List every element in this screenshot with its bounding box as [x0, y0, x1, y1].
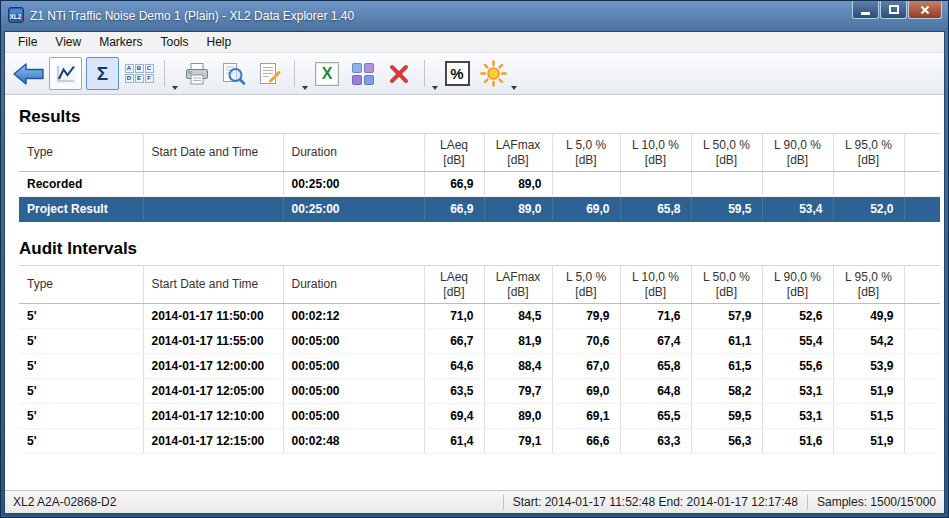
print-preview-button[interactable]	[215, 56, 251, 92]
cell	[143, 172, 283, 197]
menu-file[interactable]: File	[9, 33, 46, 51]
cell-filler	[904, 379, 940, 404]
cell-filler	[904, 354, 940, 379]
cell: 69,0	[552, 379, 620, 404]
cell-filler	[904, 329, 940, 354]
cell: 2014-01-17 12:15:00	[143, 429, 283, 454]
column-header[interactable]: LAFmax[dB]	[484, 266, 552, 304]
column-header[interactable]: Type	[19, 266, 143, 304]
cell: 55,6	[762, 354, 833, 379]
percent-button[interactable]: %	[439, 56, 475, 92]
cell: 63,5	[424, 379, 484, 404]
summary-view-button[interactable]: Σ	[86, 57, 119, 90]
minimize-button[interactable]	[852, 1, 879, 19]
marker-list-button[interactable]: A B C D E F	[121, 56, 157, 92]
toolbar-overflow-icon[interactable]	[302, 56, 309, 92]
cell: 61,1	[691, 329, 762, 354]
cell	[143, 197, 283, 222]
excel-icon: X	[315, 62, 339, 86]
column-header[interactable]: L 10,0 %[dB]	[620, 134, 691, 172]
table-row[interactable]: 5'2014-01-17 12:15:0000:02:4861,479,166,…	[19, 429, 940, 454]
column-header[interactable]: L 90,0 %[dB]	[762, 266, 833, 304]
menu-markers[interactable]: Markers	[90, 33, 151, 51]
toolbar-overflow-icon[interactable]	[511, 56, 518, 92]
table-row-selected[interactable]: Project Result00:25:0066,989,069,065,859…	[19, 197, 940, 222]
report-button[interactable]	[251, 56, 287, 92]
toolbar-separator	[164, 60, 165, 87]
column-header[interactable]: L 95,0 %[dB]	[833, 134, 904, 172]
marker-letter: E	[135, 74, 144, 83]
table-row[interactable]: Recorded00:25:0066,989,0	[19, 172, 940, 197]
table-row[interactable]: 5'2014-01-17 12:00:0000:05:0064,688,467,…	[19, 354, 940, 379]
cell	[620, 172, 691, 197]
audit-intervals-table: TypeStart Date and TimeDurationLAeq[dB]L…	[19, 265, 940, 454]
cell: 00:05:00	[283, 329, 424, 354]
column-header[interactable]: LAeq[dB]	[424, 266, 484, 304]
column-header[interactable]: Duration	[283, 134, 424, 172]
cell: 61,4	[424, 429, 484, 454]
markers-icon: A B C D E F	[125, 64, 154, 83]
cell: Project Result	[19, 197, 143, 222]
audit-intervals-heading: Audit Intervals	[19, 239, 944, 259]
column-header-filler	[904, 134, 940, 172]
delete-button[interactable]	[381, 56, 417, 92]
column-header[interactable]: L 50,0 %[dB]	[691, 134, 762, 172]
cell: 56,3	[691, 429, 762, 454]
cell: 66,9	[424, 197, 484, 222]
column-header[interactable]: LAFmax[dB]	[484, 134, 552, 172]
column-header[interactable]: L 50,0 %[dB]	[691, 266, 762, 304]
cell: 00:25:00	[283, 172, 424, 197]
column-header[interactable]: Start Date and Time	[143, 134, 283, 172]
app-icon: XL2	[8, 7, 24, 26]
menu-tools[interactable]: Tools	[151, 33, 197, 51]
cell: 65,5	[620, 404, 691, 429]
table-row[interactable]: 5'2014-01-17 12:10:0000:05:0069,489,069,…	[19, 404, 940, 429]
menu-bar: File View Markers Tools Help	[5, 32, 944, 53]
marker-letter: A	[125, 64, 134, 73]
cell: 5'	[19, 304, 143, 329]
column-header[interactable]: L 5,0 %[dB]	[552, 266, 620, 304]
cell-filler	[904, 197, 940, 222]
column-header[interactable]: L 5,0 %[dB]	[552, 134, 620, 172]
column-header[interactable]: L 10,0 %[dB]	[620, 266, 691, 304]
cell: 5'	[19, 329, 143, 354]
cell: 51,5	[833, 404, 904, 429]
time-range-label: Start: 2014-01-17 11:52:48 End: 2014-01-…	[513, 495, 798, 509]
excel-export-button[interactable]: X	[309, 56, 345, 92]
toolbar-overflow-icon[interactable]	[172, 56, 179, 92]
table-row[interactable]: 5'2014-01-17 11:55:0000:05:0066,781,970,…	[19, 329, 940, 354]
titlebar[interactable]: XL2 Z1 NTi Traffic Noise Demo 1 (Plain) …	[1, 1, 948, 31]
cell-filler	[904, 429, 940, 454]
table-row[interactable]: 5'2014-01-17 11:50:0000:02:1271,084,579,…	[19, 304, 940, 329]
cell: 65,8	[620, 354, 691, 379]
column-header[interactable]: L 90,0 %[dB]	[762, 134, 833, 172]
app-window: XL2 Z1 NTi Traffic Noise Demo 1 (Plain) …	[0, 0, 949, 518]
marker-letter: B	[135, 64, 144, 73]
cell: 79,7	[484, 379, 552, 404]
toolbar-overflow-icon[interactable]	[432, 56, 439, 92]
cell: 65,8	[620, 197, 691, 222]
column-header[interactable]: Start Date and Time	[143, 266, 283, 304]
marker-letter: C	[145, 64, 154, 73]
back-button[interactable]	[11, 56, 47, 92]
cell: 59,5	[691, 197, 762, 222]
column-header[interactable]: Duration	[283, 266, 424, 304]
maximize-button[interactable]	[880, 1, 907, 19]
chart-view-button[interactable]	[49, 57, 82, 90]
close-button[interactable]	[908, 1, 942, 19]
cell: 54,2	[833, 329, 904, 354]
header-row: TypeStart Date and TimeDurationLAeq[dB]L…	[19, 134, 940, 172]
brightness-button[interactable]	[475, 56, 511, 92]
table-row[interactable]: 5'2014-01-17 12:05:0000:05:0063,579,769,…	[19, 379, 940, 404]
close-icon	[919, 4, 931, 16]
color-grid-button[interactable]	[345, 56, 381, 92]
maximize-icon	[889, 5, 899, 14]
menu-help[interactable]: Help	[198, 33, 241, 51]
cell: 00:25:00	[283, 197, 424, 222]
menu-view[interactable]: View	[46, 33, 90, 51]
column-header[interactable]: LAeq[dB]	[424, 134, 484, 172]
column-header[interactable]: L 95,0 %[dB]	[833, 266, 904, 304]
column-header[interactable]: Type	[19, 134, 143, 172]
print-button[interactable]	[179, 56, 215, 92]
cell: 89,0	[484, 404, 552, 429]
